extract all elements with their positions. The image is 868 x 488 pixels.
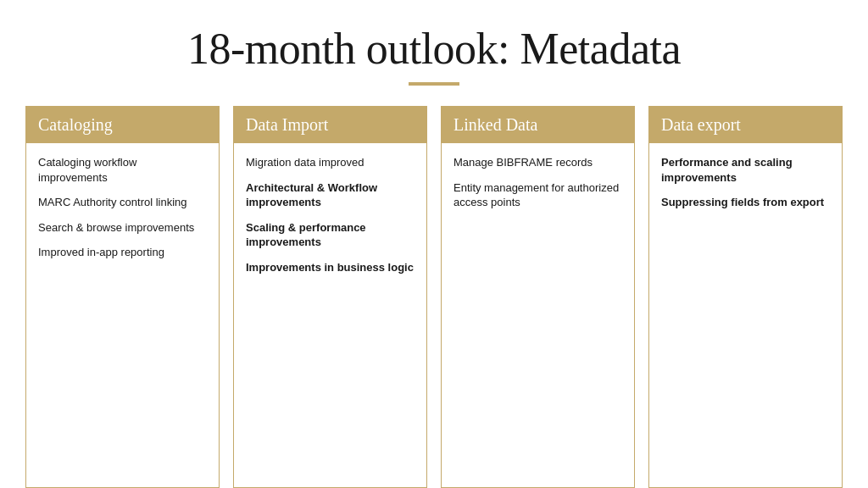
column-data-export: Data exportPerformance and scaling impro…: [648, 106, 843, 488]
list-item: Performance and scaling improvements: [661, 155, 830, 185]
list-item: Scaling & performance improvements: [246, 220, 415, 250]
list-item: Architectural & Workflow improvements: [246, 180, 415, 210]
list-item: Migration data improved: [246, 155, 415, 170]
title-divider: [409, 82, 459, 86]
column-header-linked-data: Linked Data: [442, 107, 634, 143]
column-body-data-import: Migration data improvedArchitectural & W…: [234, 143, 426, 487]
list-item: Improvements in business logic: [246, 260, 415, 275]
column-cataloging: CatalogingCataloging workflow improvemen…: [25, 106, 220, 488]
list-item: MARC Authority control linking: [38, 195, 207, 210]
column-data-import: Data ImportMigration data improvedArchit…: [233, 106, 427, 488]
column-body-cataloging: Cataloging workflow improvementsMARC Aut…: [26, 143, 219, 487]
list-item: Cataloging workflow improvements: [38, 155, 207, 185]
column-linked-data: Linked DataManage BIBFRAME recordsEntity…: [441, 106, 635, 488]
column-header-cataloging: Cataloging: [26, 107, 219, 143]
list-item: Manage BIBFRAME records: [453, 155, 622, 170]
column-header-data-import: Data Import: [234, 107, 426, 143]
list-item: Improved in-app reporting: [38, 245, 207, 260]
column-header-data-export: Data export: [649, 107, 842, 143]
list-item: Entity management for authorized access …: [453, 180, 622, 210]
column-body-data-export: Performance and scaling improvementsSupp…: [649, 143, 842, 487]
list-item: Suppressing fields from export: [661, 195, 830, 210]
columns-container: CatalogingCataloging workflow improvemen…: [0, 106, 868, 488]
column-body-linked-data: Manage BIBFRAME recordsEntity management…: [442, 143, 634, 487]
list-item: Search & browse improvements: [38, 220, 207, 236]
page-title: 18-month outlook: Metadata: [187, 24, 681, 74]
